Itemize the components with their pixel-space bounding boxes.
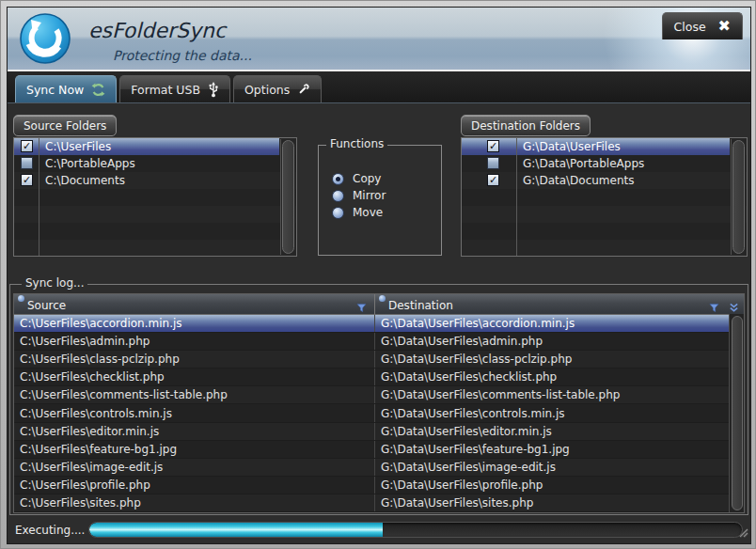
checkbox[interactable]: ✓ — [21, 174, 33, 186]
resize-grip[interactable] — [737, 524, 748, 541]
checkbox[interactable]: ✓ — [487, 174, 499, 186]
destination-folders-list[interactable]: ✓G:\Data\UserFilesG:\Data\PortableApps✓G… — [461, 137, 748, 257]
close-button[interactable]: Close ✖ — [662, 12, 743, 39]
close-button-label: Close — [674, 20, 706, 34]
source-cell: C:\UserFiles\accordion.min.js — [14, 315, 375, 332]
source-folders-label: Source Folders — [24, 119, 106, 133]
destination-folders-label: Destination Folders — [471, 119, 580, 133]
scrollbar-thumb[interactable] — [732, 316, 743, 510]
table-row[interactable]: C:\UserFiles\admin.phpG:\Data\UserFiles\… — [14, 333, 744, 351]
column-sphere-icon — [18, 295, 24, 302]
function-option[interactable]: Move — [332, 204, 437, 221]
destination-cell: G:\Data\UserFiles\comments-list-table.ph… — [375, 386, 744, 403]
source-cell: C:\UserFiles\sites.php — [14, 494, 375, 511]
tab-bar: Sync NowFormat USBOptions — [8, 71, 750, 103]
checkbox[interactable]: ✓ — [487, 140, 499, 152]
table-row[interactable]: C:\UserFiles\class-pclzip.phpG:\Data\Use… — [14, 351, 744, 369]
source-cell: C:\UserFiles\controls.min.js — [14, 404, 375, 421]
function-option[interactable]: Copy — [332, 170, 437, 187]
table-row[interactable]: C:\UserFiles\feature-bg1.jpgG:\Data\User… — [14, 441, 744, 459]
status-bar: Executing.... — [8, 519, 750, 543]
sync-log-scrollbar[interactable] — [729, 314, 744, 512]
source-cell: C:\UserFiles\class-pclzip.php — [14, 351, 375, 368]
destination-cell: G:\Data\UserFiles\checklist.php — [375, 369, 744, 385]
folder-path: G:\Data\Documents — [523, 174, 635, 187]
source-folders-button[interactable]: Source Folders — [13, 115, 117, 136]
table-row[interactable]: C:\UserFiles\checklist.phpG:\Data\UserFi… — [14, 369, 744, 386]
checkbox[interactable] — [21, 157, 33, 169]
scrollbar[interactable] — [280, 139, 295, 255]
destination-cell: G:\Data\UserFiles\controls.min.js — [375, 404, 744, 421]
main-content: Source Folders ✓C:\UserFilesC:\PortableA… — [8, 103, 750, 517]
status-label: Executing.... — [15, 524, 85, 537]
folder-row[interactable]: ✓C:\Documents — [14, 172, 279, 189]
functions-options: CopyMirrorMove — [332, 170, 437, 221]
radio-label: Copy — [353, 172, 381, 185]
source-cell: C:\UserFiles\admin.php — [14, 333, 375, 350]
source-column-header[interactable]: Source — [14, 294, 375, 314]
folder-row[interactable]: ✓G:\Data\UserFiles — [462, 138, 730, 155]
tab-sync-now[interactable]: Sync Now — [15, 75, 117, 102]
sync-log-header: Source Destination — [14, 294, 744, 315]
list-column-divider — [39, 138, 39, 256]
table-row[interactable]: C:\UserFiles\comments-list-table.phpG:\D… — [14, 386, 744, 404]
sync-log-label: Sync log... — [22, 276, 87, 290]
table-row[interactable]: C:\UserFiles\profile.phpG:\Data\UserFile… — [14, 477, 744, 494]
table-row[interactable]: C:\UserFiles\image-edit.jsG:\Data\UserFi… — [14, 459, 744, 477]
folder-row[interactable]: G:\Data\PortableApps — [462, 155, 730, 172]
scrollbar[interactable] — [731, 139, 746, 255]
radio-button[interactable] — [332, 190, 344, 202]
checkbox[interactable] — [487, 157, 499, 169]
checkbox[interactable]: ✓ — [21, 140, 33, 152]
table-row[interactable]: C:\UserFiles\editor.min.jsG:\Data\UserFi… — [14, 423, 744, 441]
table-row[interactable]: C:\UserFiles\sites.phpG:\Data\UserFiles\… — [14, 494, 744, 512]
sync-log-table: Source Destination — [13, 293, 745, 513]
folder-path: C:\PortableApps — [45, 157, 135, 170]
app-tagline: Protecting the data... — [113, 48, 252, 63]
window-frame: esFolderSync Protecting the data... Sync… — [0, 0, 756, 549]
folder-path: G:\Data\UserFiles — [523, 140, 621, 153]
usb-icon — [208, 82, 219, 98]
list-column-divider — [516, 138, 517, 256]
folder-row[interactable]: C:\PortableApps — [14, 155, 279, 172]
radio-label: Mirror — [353, 189, 386, 202]
destination-cell: G:\Data\UserFiles\accordion.min.js — [375, 315, 744, 332]
destination-cell: G:\Data\UserFiles\sites.php — [375, 494, 744, 511]
destination-cell: G:\Data\UserFiles\profile.php — [375, 477, 744, 494]
radio-button[interactable] — [332, 207, 344, 219]
destination-cell: G:\Data\UserFiles\editor.min.js — [375, 423, 744, 440]
folder-path: C:\Documents — [45, 174, 125, 187]
source-column-label: Source — [27, 299, 66, 312]
close-icon[interactable]: ✖ — [718, 19, 731, 34]
function-option[interactable]: Mirror — [332, 187, 437, 204]
destination-cell: G:\Data\UserFiles\admin.php — [375, 333, 744, 350]
source-folders-list[interactable]: ✓C:\UserFilesC:\PortableApps✓C:\Document… — [13, 137, 297, 257]
table-row[interactable]: C:\UserFiles\controls.min.jsG:\Data\User… — [14, 404, 744, 422]
source-filter-icon[interactable] — [356, 299, 367, 317]
folder-row[interactable]: ✓G:\Data\Documents — [462, 172, 730, 189]
table-row[interactable]: C:\UserFiles\accordion.min.jsG:\Data\Use… — [14, 315, 744, 333]
source-cell: C:\UserFiles\feature-bg1.jpg — [14, 441, 375, 458]
tab-label: Options — [244, 83, 290, 97]
folder-row[interactable]: ✓C:\UserFiles — [14, 138, 279, 155]
destination-column-header[interactable]: Destination — [375, 294, 744, 314]
source-cell: C:\UserFiles\checklist.php — [14, 369, 375, 385]
sync-log-group: Sync log... Source Destination — [9, 284, 748, 515]
tab-options[interactable]: Options — [233, 75, 322, 102]
folder-list-rows: ✓G:\Data\UserFilesG:\Data\PortableApps✓G… — [462, 138, 730, 256]
source-cell: C:\UserFiles\profile.php — [14, 477, 375, 494]
folder-path: C:\UserFiles — [45, 140, 111, 153]
tab-format-usb[interactable]: Format USB — [119, 75, 230, 102]
functions-group-label: Functions — [326, 137, 387, 150]
title-bar: esFolderSync Protecting the data... — [8, 8, 750, 71]
destination-cell: G:\Data\UserFiles\class-pclzip.php — [375, 351, 744, 368]
radio-button[interactable] — [332, 173, 344, 185]
progress-bar — [88, 522, 743, 538]
scrollbar-thumb[interactable] — [732, 140, 745, 254]
destination-folders-button[interactable]: Destination Folders — [461, 115, 591, 136]
destination-filter-icon[interactable] — [709, 299, 719, 317]
folder-path: G:\Data\PortableApps — [523, 157, 644, 170]
app-title: esFolderSync — [88, 19, 226, 42]
app-logo-sync-icon — [19, 12, 71, 65]
scrollbar-thumb[interactable] — [282, 140, 294, 254]
